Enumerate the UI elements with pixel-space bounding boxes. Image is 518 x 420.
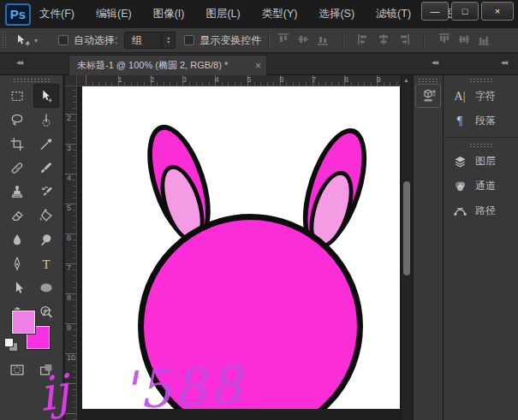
align-horizontal-centers-button[interactable] — [377, 33, 390, 48]
menu-item-7[interactable]: 滤镜(T) — [376, 7, 411, 21]
swap-colors-icon[interactable] — [41, 308, 55, 323]
color-swatches — [0, 308, 63, 363]
tool-options-bar: ▾ 自动选择: 组 ▴▾ 显示变换控件 — [0, 28, 518, 53]
h-ruler-number: 5 — [247, 75, 252, 84]
svg-text:T: T — [42, 257, 50, 270]
v-ruler-number: 6 — [67, 234, 71, 242]
distribute-top-edges-button[interactable] — [438, 33, 451, 48]
show-transform-checkbox[interactable] — [184, 35, 194, 45]
menu-item-5[interactable]: 类型(Y) — [262, 7, 298, 21]
v-ruler-number: 5 — [67, 204, 71, 212]
h-ruler-number: 8 — [344, 75, 348, 84]
ruler-corner[interactable] — [65, 75, 77, 86]
toolbox-bottom — [0, 358, 63, 382]
tab-close-icon[interactable]: × — [255, 60, 261, 72]
menu-bar: Ps 文件(F)编辑(E)图像(I)图层(L)类型(Y)选择(S)滤镜(T)视图… — [0, 0, 518, 29]
history-brush-tool[interactable] — [33, 180, 59, 204]
quick-selection-tool[interactable] — [33, 108, 59, 132]
crop-tool[interactable] — [4, 132, 30, 156]
menu-item-2[interactable]: 编辑(E) — [96, 7, 132, 21]
lasso-tool[interactable] — [4, 108, 30, 132]
h-ruler-number: 6 — [279, 75, 283, 84]
panel-group2-grip[interactable] — [469, 143, 493, 147]
panel-tab-channels[interactable]: 通道 — [444, 174, 518, 198]
blur-tool[interactable] — [4, 228, 30, 251]
toolbox-collapse-icon[interactable]: ◀◀ — [16, 59, 22, 65]
panel-tab-paragraph[interactable]: ¶段落 — [444, 109, 518, 133]
panel-tab-paths[interactable]: 路径 — [444, 198, 518, 223]
ellipse-tool[interactable] — [33, 275, 59, 299]
options-bar-grip[interactable] — [2, 31, 8, 50]
panel-tab-label: 图层 — [475, 154, 496, 169]
vertical-ruler[interactable]: 2345678910 — [65, 86, 77, 420]
layer-panels-group: 图层通道路径 — [444, 149, 518, 227]
menu-item-3[interactable]: 图像(I) — [153, 7, 185, 21]
v-ruler-number: 2 — [67, 114, 71, 122]
h-ruler-number: 3 — [182, 75, 187, 84]
menu-item-1[interactable]: 文件(F) — [39, 7, 74, 21]
eraser-tool[interactable] — [4, 204, 30, 228]
type-tool[interactable]: T — [33, 251, 59, 275]
screen-mode[interactable] — [33, 358, 59, 382]
canvas[interactable] — [82, 86, 400, 409]
panel-tab-layers[interactable]: 图层 — [444, 149, 518, 174]
default-colors-icon[interactable] — [4, 338, 18, 352]
menu-item-4[interactable]: 图层(L) — [205, 7, 240, 21]
separator — [423, 32, 425, 49]
toolbox-panel: T — [0, 75, 63, 420]
horizontal-ruler[interactable]: 123456789 — [77, 75, 401, 86]
eyedropper-tool[interactable] — [33, 132, 59, 156]
3d-panel-icon[interactable] — [415, 84, 441, 108]
auto-select-checkbox[interactable] — [58, 35, 68, 45]
panel-tab-label: 通道 — [475, 179, 496, 193]
align-top-edges-button[interactable] — [277, 33, 290, 48]
paint-bucket-tool[interactable] — [33, 204, 59, 228]
clone-stamp-tool[interactable] — [4, 180, 30, 204]
panel-tab-label: 路径 — [475, 204, 496, 218]
panel-dock-grip[interactable] — [469, 78, 493, 82]
foreground-color-swatch[interactable] — [12, 311, 35, 334]
brush-tool[interactable] — [33, 156, 59, 180]
align-left-edges-button[interactable] — [357, 33, 371, 48]
path-selection-tool[interactable] — [4, 275, 30, 299]
icon-panel-strip — [413, 75, 444, 420]
auto-select-target-dropdown[interactable]: 组 ▴▾ — [124, 32, 176, 49]
v-ruler-number: 4 — [67, 174, 71, 182]
h-ruler-number: 4 — [215, 75, 219, 84]
dodge-tool[interactable] — [33, 228, 59, 251]
close-button[interactable]: × — [481, 2, 514, 21]
scroll-up-icon[interactable]: ▲ — [402, 77, 411, 83]
panel-tab-character[interactable]: A|字符 — [444, 84, 518, 109]
panel-collapse-icon[interactable]: ◀◀ — [501, 59, 507, 65]
document-tab[interactable]: 未标题-1 @ 100% (椭圆 2, RGB/8) * × — [68, 55, 267, 75]
v-ruler-number: 8 — [67, 293, 71, 302]
rectangular-marquee-tool[interactable] — [4, 84, 30, 108]
scrollbar-thumb[interactable] — [403, 181, 410, 275]
distribute-vertical-centers-button[interactable] — [457, 33, 471, 48]
align-right-edges-button[interactable] — [396, 33, 410, 48]
v-ruler-number: 9 — [67, 323, 71, 332]
menu-item-6[interactable]: 选择(S) — [319, 7, 354, 21]
minimize-button[interactable]: — — [421, 2, 449, 21]
chevron-down-icon: ▾ — [34, 37, 38, 44]
pen-tool[interactable] — [4, 251, 30, 275]
distribute-bottom-edges-button[interactable] — [477, 33, 491, 48]
move-tool[interactable] — [33, 84, 59, 108]
document-tab-bar: ◀◀ 未标题-1 @ 100% (椭圆 2, RGB/8) * × ◀◀ ◀◀ — [0, 53, 518, 75]
align-bottom-edges-button[interactable] — [316, 33, 330, 48]
panel-tab-label: 字符 — [475, 89, 496, 104]
icon-strip-grip[interactable] — [418, 78, 438, 82]
panel-dock: A|字符¶段落 图层通道路径 — [444, 75, 518, 420]
spot-healing-brush-tool[interactable] — [4, 156, 30, 180]
align-vertical-centers-button[interactable] — [296, 33, 310, 48]
icon-panel-collapse-icon[interactable]: ◀◀ — [432, 59, 438, 65]
vertical-scrollbar[interactable]: ▲ — [401, 75, 411, 420]
h-ruler-number: 9 — [377, 75, 381, 84]
quick-mask-mode[interactable] — [4, 358, 30, 382]
menu-items: 文件(F)编辑(E)图像(I)图层(L)类型(Y)选择(S)滤镜(T)视图(V) — [39, 7, 468, 21]
toolbox-grip[interactable] — [13, 78, 51, 82]
photoshop-logo-icon: Ps — [5, 3, 31, 26]
maximize-button[interactable]: □ — [451, 2, 479, 21]
tool-preset-picker[interactable]: ▾ — [15, 33, 38, 47]
show-transform-label: 显示变换控件 — [199, 33, 261, 48]
